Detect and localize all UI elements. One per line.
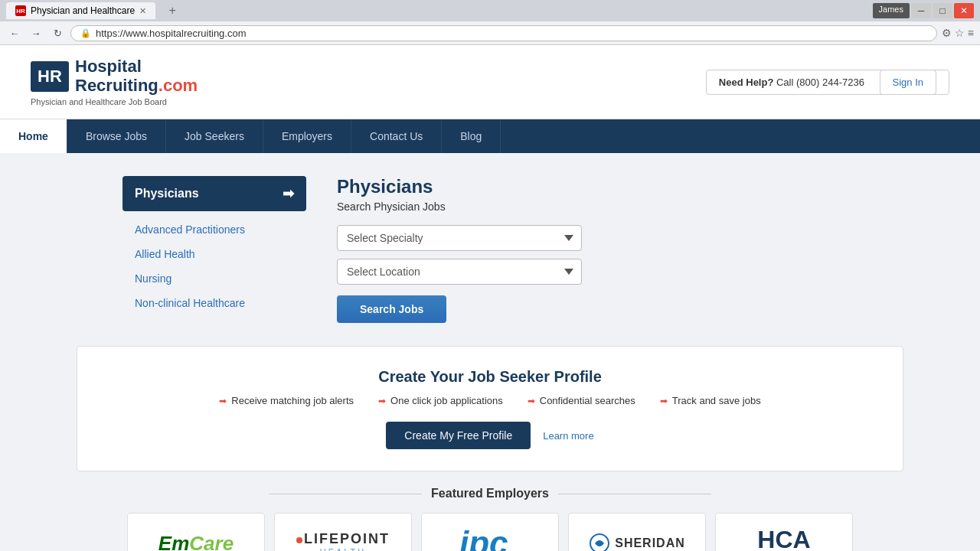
employer-card-lifepoint[interactable]: LIFEPOINT HEALTH (274, 513, 412, 551)
logo-hospital: Hospital (75, 57, 198, 76)
emcare-logo: EmCare (158, 532, 234, 551)
nav-item-job-seekers[interactable]: Job Seekers (166, 119, 263, 153)
arrow-icon-2: ➡ (378, 396, 386, 406)
logo-text-block: Hospital Recruiting.com (75, 57, 198, 96)
location-select[interactable]: Select Location (337, 259, 582, 285)
main-content: Physicians ➡ Advanced Practitioners Alli… (0, 153, 980, 346)
url-text: https://www.hospitalrecruiting.com (96, 28, 247, 39)
extensions-icon: ⚙ (942, 27, 952, 39)
search-jobs-button[interactable]: Search Jobs (337, 295, 446, 323)
tab-favicon: HR (15, 5, 26, 16)
arrow-icon-1: ➡ (219, 396, 227, 406)
active-tab[interactable]: HR Physician and Healthcare ✕ (6, 2, 155, 19)
logo-tagline: Physician and Healthcare Job Board (31, 97, 198, 106)
logo-hr-text: HR (38, 67, 62, 86)
nav-item-blog[interactable]: Blog (442, 119, 501, 153)
nav-item-contact-us[interactable]: Contact Us (351, 119, 442, 153)
employers-grid: EmCare LIFEPOINT HEALTH ipc (77, 513, 903, 551)
browser-addressbar: ← → ↻ 🔒 https://www.hospitalrecruiting.c… (0, 21, 980, 45)
svg-text:ipc: ipc (459, 524, 508, 551)
employer-card-emcare[interactable]: EmCare (127, 513, 265, 551)
sidebar-link-advanced-practitioners[interactable]: Advanced Practitioners (122, 217, 306, 242)
sheridan-logo: SHERIDAN (589, 533, 685, 551)
arrow-icon-4: ➡ (660, 396, 668, 406)
arrow-icon-3: ➡ (528, 396, 535, 406)
feature-label-3: Confidential searches (540, 395, 635, 406)
close-button[interactable]: ✕ (954, 3, 974, 18)
new-tab-button[interactable]: + (162, 2, 183, 19)
need-help-label: Need Help? (719, 77, 774, 88)
logo-container: HR Hospital Recruiting.com Physician and… (31, 57, 198, 106)
sidebar-link-non-clinical[interactable]: Non-clinical Healthcare (122, 291, 306, 315)
sidebar-item-physicians[interactable]: Physicians ➡ (122, 176, 306, 211)
need-help-phone: Call (800) 244-7236 (776, 77, 864, 88)
feature-track-save: ➡ Track and save jobs (660, 395, 761, 406)
refresh-button[interactable]: ↻ (49, 24, 66, 41)
profile-actions: Create My Free Profile Learn more (108, 422, 872, 449)
need-help-box: Need Help? Call (800) 244-7236 Sign In (706, 70, 949, 95)
featured-title: Featured Employers (77, 487, 903, 500)
sidebar-active-label: Physicians (135, 187, 199, 201)
create-profile-button[interactable]: Create My Free Profile (386, 422, 531, 449)
specialty-select[interactable]: Select Specialty (337, 225, 582, 251)
nav-item-employers[interactable]: Employers (263, 119, 351, 153)
employer-card-hca[interactable]: HCA Hospital Corporation of America™ (715, 513, 853, 551)
featured-section: Featured Employers EmCare LIFEPOINT HEAL… (0, 471, 980, 551)
tab-title: Physician and Healthcare (31, 5, 135, 16)
feature-label-1: Receive matching job alerts (231, 395, 354, 406)
url-bar[interactable]: 🔒 https://www.hospitalrecruiting.com (70, 25, 937, 41)
minimize-button[interactable]: ─ (911, 3, 931, 18)
browser-titlebar: HR Physician and Healthcare ✕ + James ─ … (0, 0, 980, 21)
user-label: James (873, 3, 910, 18)
feature-label-2: One click job applications (390, 395, 503, 406)
nav-item-browse-jobs[interactable]: Browse Jobs (67, 119, 166, 153)
back-button[interactable]: ← (6, 24, 23, 41)
menu-icon: ≡ (968, 27, 974, 39)
learn-more-link[interactable]: Learn more (543, 430, 593, 442)
logo-dotcom: .com (158, 76, 198, 95)
maximize-button[interactable]: □ (933, 3, 952, 18)
employer-card-ipc[interactable]: ipc (421, 513, 559, 551)
feature-confidential: ➡ Confidential searches (528, 395, 635, 406)
ssl-icon: 🔒 (80, 28, 91, 38)
section-subtitle: Search Physician Jobs (337, 201, 858, 213)
sidebar: Physicians ➡ Advanced Practitioners Alli… (122, 176, 306, 323)
profile-features: ➡ Receive matching job alerts ➡ One clic… (108, 395, 872, 406)
browser-window: HR Physician and Healthcare ✕ + James ─ … (0, 0, 980, 551)
profile-section-title: Create Your Job Seeker Profile (108, 368, 872, 386)
tab-close-button[interactable]: ✕ (139, 6, 146, 16)
sidebar-link-nursing[interactable]: Nursing (122, 266, 306, 291)
sheridan-text: SHERIDAN (615, 536, 685, 550)
sidebar-arrow-icon: ➡ (283, 185, 294, 202)
logo-main: HR Hospital Recruiting.com (31, 57, 198, 96)
profile-section: Create Your Job Seeker Profile ➡ Receive… (77, 346, 903, 471)
header-right: Need Help? Call (800) 244-7236 Sign In (706, 70, 949, 95)
site-header: HR Hospital Recruiting.com Physician and… (0, 45, 980, 119)
sheridan-icon (589, 533, 610, 551)
feature-job-alerts: ➡ Receive matching job alerts (219, 395, 354, 406)
sidebar-link-allied-health[interactable]: Allied Health (122, 242, 306, 266)
forward-button[interactable]: → (28, 24, 44, 41)
lifepoint-logo: LIFEPOINT HEALTH (296, 531, 390, 551)
content-area: Physicians Search Physician Jobs Select … (337, 176, 858, 323)
nav-item-home[interactable]: Home (0, 119, 67, 153)
browser-icons: ⚙ ☆ ≡ (942, 27, 974, 39)
hca-logo: HCA Hospital Corporation of America™ (732, 526, 836, 551)
feature-label-4: Track and save jobs (672, 395, 761, 406)
ipc-logo: ipc (452, 520, 528, 551)
logo-icon: HR (31, 61, 69, 92)
employer-card-sheridan[interactable]: SHERIDAN (568, 513, 706, 551)
feature-one-click: ➡ One click job applications (378, 395, 503, 406)
site-nav: Home Browse Jobs Job Seekers Employers C… (0, 119, 980, 153)
logo-recruiting: Recruiting.com (75, 76, 198, 96)
bookmarks-icon: ☆ (955, 27, 965, 39)
section-title: Physicians (337, 176, 858, 197)
sign-in-link[interactable]: Sign In (880, 70, 936, 95)
window-controls: James ─ □ ✕ (873, 3, 974, 18)
page-wrapper: HR Hospital Recruiting.com Physician and… (0, 45, 980, 551)
